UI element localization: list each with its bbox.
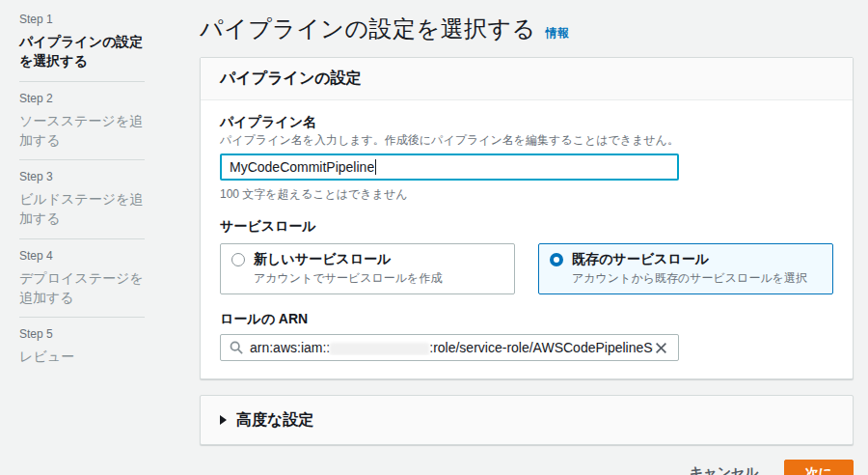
pipeline-name-constraint: 100 文字を超えることはできません — [220, 186, 833, 202]
role-arn-field-group: ロールの ARN arn:aws:iam:::role/service-role… — [220, 309, 833, 361]
role-arn-label: ロールの ARN — [220, 309, 833, 328]
radio-unselected-icon[interactable] — [231, 253, 245, 266]
app-window: Step 1 パイプラインの設定を選択する Step 2 ソースステージを追加す… — [0, 0, 868, 475]
step-number: Step 2 — [19, 92, 145, 105]
pipeline-name-label: パイプライン名 — [220, 112, 833, 131]
step-number: Step 1 — [19, 13, 145, 26]
step-number: Step 3 — [19, 170, 145, 183]
close-icon[interactable] — [653, 340, 669, 356]
radio-title: 既存のサービスロール — [572, 251, 709, 268]
pipeline-name-value: MyCodeCommitPipeline — [230, 159, 374, 175]
wizard-footer: キャンセル 次に — [200, 460, 854, 475]
advanced-settings-title: 高度な設定 — [236, 410, 313, 431]
radio-line: 新しいサービスロール — [231, 251, 503, 268]
sidebar-step-2: Step 2 ソースステージを追加する — [19, 81, 145, 160]
role-arn-value: arn:aws:iam:::role/service-role/AWSCodeP… — [250, 340, 653, 355]
card-title: パイプラインの設定 — [201, 58, 853, 100]
sidebar-step-1: Step 1 パイプラインの設定を選択する — [19, 13, 145, 81]
radio-tile-existing-service-role[interactable]: 既存のサービスロール アカウントから既存のサービスロールを選択 — [538, 243, 833, 294]
card-body: パイプライン名 パイプライン名を入力します。作成後にパイプライン名を編集すること… — [201, 100, 853, 378]
pipeline-name-field-group: パイプライン名 パイプライン名を入力します。作成後にパイプライン名を編集すること… — [220, 112, 833, 202]
step-title: パイプラインの設定を選択する — [19, 32, 145, 71]
service-role-options: 新しいサービスロール アカウントでサービスロールを作成 既存のサービスロール ア… — [220, 243, 833, 294]
sidebar-step-4: Step 4 デプロイステージを追加する — [19, 238, 145, 318]
page-title: パイプラインの設定を選択する — [200, 14, 536, 44]
radio-description: アカウントから既存のサービスロールを選択 — [572, 270, 822, 286]
sidebar-step-3: Step 3 ビルドステージを追加する — [19, 159, 145, 238]
info-link[interactable]: 情報 — [546, 25, 569, 42]
redacted-account-id — [330, 343, 429, 355]
radio-description: アカウントでサービスロールを作成 — [254, 270, 503, 286]
step-title: デプロイステージを追加する — [19, 268, 145, 308]
step-number: Step 5 — [19, 327, 145, 341]
pipeline-name-description: パイプライン名を入力します。作成後にパイプライン名を編集することはできません。 — [220, 132, 833, 148]
next-button[interactable]: 次に — [784, 460, 854, 475]
step-number: Step 4 — [19, 249, 145, 263]
step-title: レビュー — [19, 347, 145, 366]
radio-title: 新しいサービスロール — [254, 251, 391, 268]
wizard-steps-sidebar: Step 1 パイプラインの設定を選択する Step 2 ソースステージを追加す… — [0, 0, 200, 475]
pipeline-settings-card: パイプラインの設定 パイプライン名 パイプライン名を入力します。作成後にパイプラ… — [200, 57, 854, 379]
pipeline-name-input[interactable]: MyCodeCommitPipeline — [220, 154, 679, 181]
service-role-field-group: サービスロール 新しいサービスロール アカウントでサービスロールを作成 — [220, 216, 833, 294]
page-header: パイプラインの設定を選択する 情報 — [200, 14, 854, 44]
caret-right-icon — [220, 415, 227, 425]
advanced-settings-expander[interactable]: 高度な設定 — [200, 395, 854, 445]
service-role-label: サービスロール — [220, 216, 833, 236]
sidebar-step-5: Step 5 レビュー — [19, 317, 145, 376]
role-arn-search-input[interactable]: arn:aws:iam:::role/service-role/AWSCodeP… — [220, 334, 679, 361]
main-content: パイプラインの設定を選択する 情報 パイプラインの設定 パイプライン名 パイプラ… — [200, 0, 868, 475]
step-title: ソースステージを追加する — [19, 111, 145, 151]
cancel-button[interactable]: キャンセル — [690, 464, 759, 475]
radio-line: 既存のサービスロール — [550, 251, 822, 268]
radio-tile-new-service-role[interactable]: 新しいサービスロール アカウントでサービスロールを作成 — [220, 243, 515, 294]
text-cursor — [375, 159, 376, 175]
step-title: ビルドステージを追加する — [19, 189, 145, 229]
search-icon — [230, 341, 243, 354]
radio-selected-icon[interactable] — [550, 253, 563, 266]
